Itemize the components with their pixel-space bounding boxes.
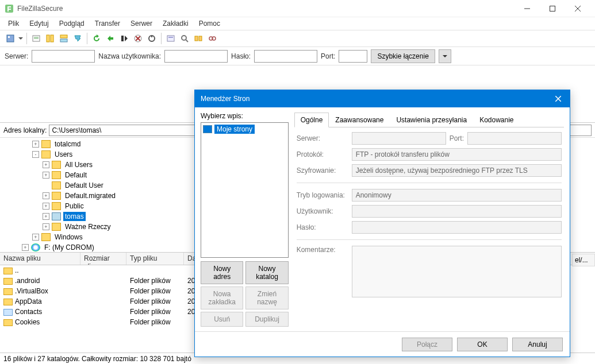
- form-pass-input: [352, 221, 562, 234]
- form-pass-label: Hasło:: [297, 223, 348, 231]
- quickconnect-bar: Serwer: Nazwa użytkownika: Hasło: Port: …: [0, 47, 595, 65]
- tree-item-label: Windows: [53, 233, 85, 242]
- new-site-button[interactable]: Nowy adres: [201, 261, 243, 284]
- svg-rect-11: [51, 35, 53, 42]
- server-input[interactable]: [32, 50, 95, 63]
- form-logon-select: Anonimowy: [352, 189, 562, 202]
- rename-button: Zmień nazwę: [245, 286, 288, 309]
- tree-toggle-icon[interactable]: -: [32, 151, 39, 158]
- menu-bookmarks[interactable]: Zakładki: [158, 18, 193, 29]
- tree-toggle-icon[interactable]: +: [43, 172, 49, 179]
- toggle-queue-icon[interactable]: [71, 32, 85, 45]
- site-entry-list[interactable]: Moje strony: [201, 122, 289, 258]
- form-port-input: [467, 132, 562, 145]
- search-icon[interactable]: [178, 32, 191, 45]
- folder-icon: [3, 309, 13, 316]
- tree-toggle-icon[interactable]: +: [43, 203, 49, 210]
- folder-icon: [52, 171, 61, 179]
- tree-toggle-icon[interactable]: +: [43, 213, 49, 220]
- tree-toggle-icon[interactable]: +: [32, 141, 39, 148]
- svg-rect-21: [195, 36, 198, 41]
- form-server-label: Serwer:: [297, 134, 348, 142]
- new-folder-button[interactable]: Nowy katalog: [245, 261, 288, 284]
- col-size[interactable]: Rozmiar pli...: [80, 253, 126, 265]
- tree-toggle-icon[interactable]: +: [43, 161, 49, 168]
- svg-point-19: [182, 36, 186, 40]
- cancel-button[interactable]: Anuluj: [512, 338, 563, 351]
- menu-transfer[interactable]: Transfer: [90, 18, 125, 29]
- toggle-tree-icon[interactable]: [43, 32, 57, 45]
- menu-view[interactable]: Podgląd: [55, 18, 89, 29]
- form-server-input: [352, 132, 446, 145]
- dialog-close-button[interactable]: [547, 90, 570, 107]
- reconnect-icon[interactable]: [145, 32, 159, 45]
- site-manager-dialog: Menedżer Stron Wybierz wpis: Moje strony…: [194, 90, 570, 357]
- minimize-button[interactable]: [515, 1, 540, 17]
- form-port-label: Port:: [450, 134, 464, 142]
- tree-toggle-icon[interactable]: +: [32, 234, 39, 241]
- folder-icon: [41, 150, 51, 158]
- ok-button[interactable]: OK: [457, 338, 508, 351]
- svg-rect-17: [167, 36, 174, 41]
- filter-icon[interactable]: [164, 32, 178, 45]
- toolbar-sep: [26, 33, 27, 44]
- compare-icon[interactable]: [191, 32, 205, 45]
- quickconnect-button[interactable]: Szybkie łączenie: [371, 49, 435, 63]
- local-address-label: Adres lokalny:: [3, 126, 47, 134]
- pass-label: Hasło:: [231, 52, 251, 60]
- svg-rect-14: [121, 36, 124, 41]
- form-comments-label: Komentarze:: [297, 246, 348, 254]
- menu-server[interactable]: Serwer: [126, 18, 157, 29]
- sync-browse-icon[interactable]: [205, 32, 219, 45]
- cancel-icon[interactable]: [117, 32, 131, 45]
- menu-file[interactable]: Plik: [3, 18, 24, 29]
- tree-toggle-icon[interactable]: +: [43, 223, 49, 230]
- select-entry-label: Wybierz wpis:: [201, 112, 289, 120]
- svg-rect-12: [60, 35, 67, 38]
- col-name[interactable]: Nazwa pliku: [0, 253, 80, 265]
- port-input[interactable]: [339, 50, 367, 63]
- window-title: FileZillaSecure: [17, 5, 515, 13]
- tree-toggle-icon[interactable]: +: [43, 192, 49, 199]
- pass-input[interactable]: [254, 50, 317, 63]
- root-entry[interactable]: Moje strony: [202, 124, 287, 134]
- tab-charset[interactable]: Kodowanie: [473, 113, 520, 127]
- quickconnect-dropdown[interactable]: [439, 49, 451, 63]
- refresh-icon[interactable]: [90, 32, 103, 45]
- menu-bar: Plik Edytuj Podgląd Transfer Serwer Zakł…: [0, 17, 595, 30]
- form-user-input: [352, 205, 562, 218]
- tree-item-label: Public: [63, 202, 86, 211]
- folder-icon: [3, 319, 13, 326]
- svg-line-20: [186, 40, 188, 42]
- form-encryption-select: Jeżeli dostępne, używaj bezpośredniego F…: [352, 164, 562, 177]
- toolbar-sep: [87, 33, 87, 44]
- toggle-log-icon[interactable]: [29, 32, 43, 45]
- window-titlebar: FileZillaSecure: [0, 0, 595, 17]
- tree-item-label: Ważne Rzeczy: [63, 222, 113, 231]
- disconnect-icon[interactable]: [131, 32, 145, 45]
- folder-icon: [52, 161, 61, 169]
- folder-icon: [52, 192, 61, 200]
- col-type[interactable]: Typ pliku: [126, 253, 184, 265]
- tab-advanced[interactable]: Zaawansowane: [329, 113, 390, 127]
- form-user-label: Użytkownik:: [297, 207, 348, 215]
- sitemanager-dropdown-icon[interactable]: [17, 32, 24, 45]
- user-input[interactable]: [164, 50, 228, 63]
- toggle-remote-tree-icon[interactable]: [57, 32, 71, 45]
- folder-icon: [52, 212, 61, 220]
- app-icon: [5, 4, 14, 13]
- tab-general[interactable]: Ogólne: [294, 113, 329, 127]
- maximize-button[interactable]: [540, 1, 565, 17]
- toolbar: [0, 30, 595, 47]
- sitemanager-icon[interactable]: [3, 32, 17, 45]
- tree-item-label: tomas: [63, 212, 86, 221]
- status-text: 16 plików i 27 katalogów. Całkowity rozm…: [3, 355, 191, 363]
- tab-transfer[interactable]: Ustawienia przesyłania: [390, 113, 473, 127]
- close-button[interactable]: [565, 1, 590, 17]
- menu-help[interactable]: Pomoc: [194, 18, 225, 29]
- tree-item-label: F: (My CDROM): [43, 243, 96, 252]
- process-queue-icon[interactable]: [103, 32, 117, 45]
- user-label: Nazwa użytkownika:: [98, 52, 161, 60]
- menu-edit[interactable]: Edytuj: [25, 18, 53, 29]
- tree-toggle-icon[interactable]: +: [22, 244, 29, 251]
